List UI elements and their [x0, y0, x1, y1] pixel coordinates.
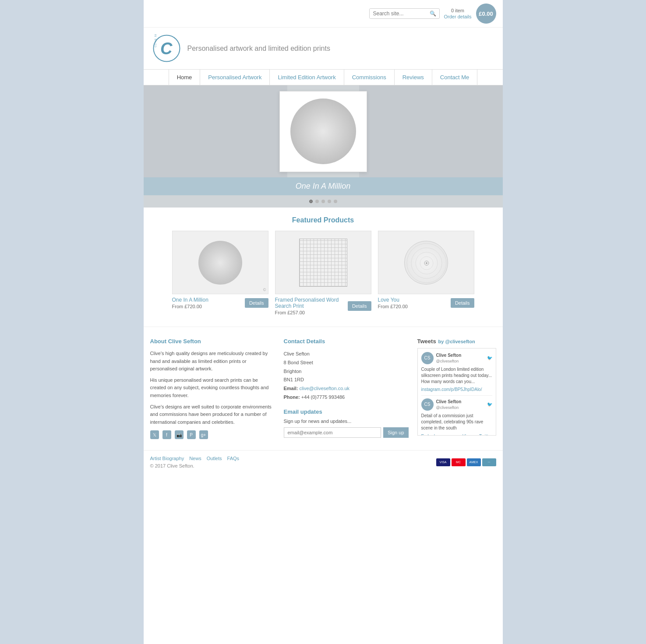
product-card-1: © One In A Million From £720.00 Details [172, 231, 268, 318]
hero-circle-artwork [290, 99, 356, 164]
hero-dot-2[interactable] [315, 200, 319, 203]
svg-text:CLIVE SEFTON: CLIVE SEFTON [154, 34, 157, 47]
hero-dot-4[interactable] [328, 200, 331, 203]
twitter-icon[interactable]: 𝕏 [150, 430, 159, 439]
tweet-actions: Embed View on Twitter [421, 433, 492, 436]
tweet1-text: Couple of London limited edition silkscr… [421, 366, 492, 385]
products-grid: © One In A Million From £720.00 Details [150, 231, 496, 318]
product-card-2: Framed Personalised Word Search Print Fr… [275, 231, 371, 318]
product-price-1: From £720.00 [172, 304, 245, 309]
hero-dot-3[interactable] [321, 200, 325, 203]
tweets-header: Tweets by @clivesefton [417, 338, 496, 345]
tweets-by-label[interactable]: by @clivesefton [438, 339, 475, 344]
product-art-spiral [404, 241, 448, 285]
product-image-2[interactable] [275, 231, 371, 294]
mastercard-icon: MC [452, 458, 466, 466]
contact-address1: 8 Bond Street [284, 359, 409, 367]
product-art-grid [299, 239, 347, 287]
product-name-1[interactable]: One In A Million [172, 297, 245, 303]
nav-contact-me[interactable]: Contact Me [432, 70, 477, 85]
product-info-3: Love You From £720.00 Details [378, 294, 474, 312]
contact-phone-line: Phone: +44 (0)7775 993486 [284, 393, 409, 402]
cart-total-bubble[interactable]: £0.00 [476, 4, 496, 24]
footer-contact-col: Contact Details Clive Sefton 8 Bond Stre… [284, 338, 409, 439]
details-button-1[interactable]: Details [245, 298, 268, 308]
cart-info: 0 item Order details [444, 7, 472, 20]
embed-link[interactable]: Embed [421, 433, 435, 436]
twitter-bird-icon: 🐦 [487, 355, 492, 361]
product-info-1: One In A Million From £720.00 Details [172, 294, 268, 312]
search-form[interactable]: 🔍 [369, 8, 440, 19]
product-image-1[interactable]: © [172, 231, 268, 294]
search-input[interactable] [370, 9, 427, 18]
phone-number: +44 (0)7775 993486 [301, 394, 345, 400]
tweet1-user: CS Clive Sefton @clivesefton 🐦 [421, 352, 492, 364]
google-plus-icon[interactable]: g+ [199, 430, 208, 439]
contact-email-line: Email: clive@clivesefton.co.uk [284, 384, 409, 393]
footer-links-and-copyright: Artist Biography News Outlets FAQs © 201… [150, 456, 436, 468]
svg-text:C: C [160, 39, 173, 58]
svg-point-8 [426, 262, 427, 264]
product-art-circle [198, 241, 242, 285]
product-name-3[interactable]: Love You [378, 297, 451, 303]
hero-dot-1[interactable] [309, 200, 313, 203]
tweet1-link[interactable]: instagram.com/p/BP5JhpIDAlo/ [421, 387, 482, 392]
product-meta-1: One In A Million From £720.00 [172, 297, 245, 309]
site-header: C CLIVE SEFTON Personalised artwork and … [144, 28, 503, 69]
email-signup-form: Sign up [284, 427, 409, 438]
featured-section: Featured Products © One In A Million Fro… [144, 208, 503, 327]
page-wrapper: 🔍 0 item Order details £0.00 C CLIVE SEF… [144, 0, 503, 644]
contact-address3: BN1 1RD [284, 376, 409, 384]
nav-limited-edition[interactable]: Limited Edition Artwork [270, 70, 344, 85]
view-on-twitter-link[interactable]: View on Twitter [462, 433, 492, 436]
product-image-3[interactable] [378, 231, 474, 294]
facebook-icon[interactable]: f [162, 430, 171, 439]
search-button[interactable]: 🔍 [427, 9, 439, 18]
product-price-3: From £720.00 [378, 304, 451, 309]
about-para-2: His unique personalised word search prin… [150, 377, 275, 400]
nav-commissions[interactable]: Commissions [344, 70, 395, 85]
product-info-2: Framed Personalised Word Search Print Fr… [275, 294, 371, 318]
footer-link-faqs[interactable]: FAQs [227, 456, 240, 461]
tweets-col: Tweets by @clivesefton CS Clive Sefton @… [417, 338, 496, 439]
tweets-title: Tweets [417, 338, 436, 345]
hero-slide-title: One In A Million [296, 182, 351, 190]
twitter-bird-icon-2: 🐦 [487, 401, 492, 408]
email-label: Email: [284, 386, 298, 391]
order-details-link[interactable]: Order details [444, 14, 472, 20]
footer-link-outlets[interactable]: Outlets [207, 456, 222, 461]
product-meta-2: Framed Personalised Word Search Print Fr… [275, 297, 348, 315]
tweet2-avatar: CS [421, 398, 434, 411]
instagram-icon[interactable]: 📷 [175, 430, 184, 439]
logo-container: C CLIVE SEFTON [152, 34, 181, 63]
tweet-box: CS Clive Sefton @clivesefton 🐦 Couple of… [417, 348, 496, 436]
details-button-3[interactable]: Details [451, 298, 474, 308]
email-link[interactable]: clive@clivesefton.co.uk [300, 386, 350, 391]
tweet1-handle: @clivesefton [436, 359, 462, 364]
pinterest-icon[interactable]: P [187, 430, 196, 439]
footer-link-news[interactable]: News [189, 456, 201, 461]
other-payment-icon: ··· [482, 458, 496, 466]
tweet2-handle: @clivesefton [436, 405, 462, 411]
product-name-2[interactable]: Framed Personalised Word Search Print [275, 297, 348, 309]
social-icons: 𝕏 f 📷 P g+ [150, 430, 275, 439]
hero-dots [144, 195, 503, 208]
signup-button[interactable]: Sign up [383, 427, 408, 438]
hero-bg-left [144, 85, 287, 177]
email-updates-desc: Sign up for news and updates... [284, 419, 409, 424]
product-price-2: From £257.00 [275, 310, 348, 315]
main-nav: Home Personalised Artwork Limited Editio… [144, 69, 503, 85]
amex-icon: AMEX [467, 458, 481, 466]
nav-home[interactable]: Home [169, 70, 201, 85]
nav-reviews[interactable]: Reviews [395, 70, 432, 85]
nav-personalised-artwork[interactable]: Personalised Artwork [200, 70, 270, 85]
email-signup-input[interactable] [284, 427, 381, 438]
hero-dot-5[interactable] [334, 200, 337, 203]
footer-link-biography[interactable]: Artist Biography [150, 456, 184, 461]
product-watermark: © [263, 288, 266, 292]
tweet1-avatar: CS [421, 352, 434, 364]
hero-image [144, 85, 503, 177]
logo: C CLIVE SEFTON [152, 34, 181, 63]
details-button-2[interactable]: Details [348, 301, 371, 311]
email-updates-title: Email updates [284, 408, 409, 415]
